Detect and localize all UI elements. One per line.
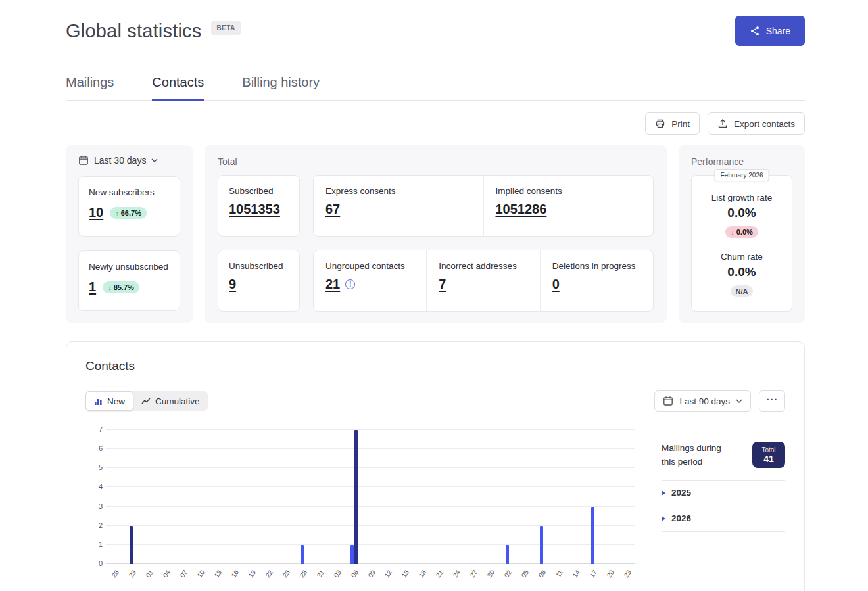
gridline [106, 506, 635, 507]
stats-row: Last 30 days New subscribers 10 ↑ 66.7% … [66, 145, 805, 323]
x-axis-label: 07 [178, 569, 188, 579]
x-axis-label: 09 [366, 569, 376, 579]
list-growth-rate-badge-value: 0.0% [736, 228, 753, 236]
contacts-section-title: Contacts [85, 359, 785, 373]
consents-card: Express consents 67 Implied consents 105… [313, 175, 654, 237]
incorrect-addresses-value[interactable]: 7 [439, 277, 446, 291]
tab-contacts[interactable]: Contacts [152, 67, 204, 100]
x-axis-label: 21 [435, 569, 445, 579]
deletions-in-progress-title: Deletions in progress [552, 261, 641, 271]
contacts-chart: 01234567 2629010407101316192225283103060… [85, 427, 635, 582]
x-axis-label: 15 [400, 569, 410, 579]
total-panel-label: Total [218, 156, 654, 167]
newly-unsubscribed-card: Newly unsubscribed 1 ↓ 85.7% [78, 250, 180, 311]
gridline [106, 563, 635, 564]
chart-controls: New Cumulative [85, 390, 785, 412]
implied-consents-title: Implied consents [496, 186, 642, 196]
list-growth-rate-metric: List growth rate 0.0% ↓ 0.0% [697, 193, 786, 238]
toggle-new[interactable]: New [85, 391, 133, 411]
chart-bar[interactable] [130, 526, 133, 564]
express-consents-value[interactable]: 67 [326, 202, 340, 216]
x-axis-label: 19 [247, 569, 256, 579]
performance-tooltip: February 2026 [714, 169, 769, 181]
print-button-label: Print [671, 119, 690, 129]
chart-bar[interactable] [506, 545, 509, 564]
list-growth-rate-title: List growth rate [697, 193, 786, 202]
mailings-year-2026[interactable]: 2026 [662, 506, 785, 532]
toggle-new-label: New [107, 396, 125, 406]
line-chart-icon [141, 397, 151, 405]
mailings-panel-title: Mailings during this period [662, 442, 733, 469]
implied-consents-value[interactable]: 1051286 [496, 202, 547, 216]
print-button[interactable]: Print [645, 112, 700, 135]
unsubscribed-value[interactable]: 9 [229, 277, 236, 291]
gridline [106, 429, 635, 430]
y-axis-label: 0 [99, 559, 103, 567]
x-axis-label: 05 [520, 569, 530, 579]
new-subscribers-badge-value: 66.7% [121, 209, 141, 217]
x-axis-label: 24 [452, 569, 462, 579]
y-axis-label: 6 [99, 444, 103, 452]
x-axis-label: 04 [161, 569, 171, 579]
churn-rate-value: 0.0% [697, 265, 786, 279]
x-axis-label: 12 [383, 569, 393, 579]
x-axis-label: 13 [212, 569, 222, 579]
page-header: Global statistics BETA Share [66, 0, 805, 46]
subscribed-value[interactable]: 1051353 [229, 202, 280, 216]
total-panel: Total Subscribed 1051353 Express consent… [205, 145, 667, 323]
mailings-total-badge: Total 41 [752, 442, 785, 468]
more-options-button[interactable]: ⋯ [759, 390, 785, 412]
incorrect-addresses-title: Incorrect addresses [439, 261, 527, 271]
chart-bar[interactable] [354, 430, 358, 564]
tab-billing-history[interactable]: Billing history [242, 67, 320, 100]
arrow-down-icon: ↓ [731, 228, 735, 236]
tab-mailings[interactable]: Mailings [66, 67, 114, 100]
export-contacts-button[interactable]: Export contacts [708, 112, 805, 135]
express-consents-title: Express consents [326, 186, 471, 196]
y-axis-label: 1 [99, 540, 103, 548]
ungrouped-contacts-title: Ungrouped contacts [326, 261, 414, 271]
chart-bar[interactable] [301, 545, 304, 564]
chart-date-range-label: Last 90 days [679, 396, 730, 406]
deletions-in-progress-value[interactable]: 0 [552, 277, 560, 291]
performance-panel-label: Performance [691, 156, 792, 167]
toggle-cumulative[interactable]: Cumulative [133, 391, 208, 411]
gridline [106, 486, 635, 487]
churn-rate-metric: Churn rate 0.0% N/A [697, 252, 786, 297]
new-subscribers-value[interactable]: 10 [89, 205, 103, 220]
x-axis-label: 20 [606, 569, 615, 579]
y-axis-label: 4 [99, 483, 103, 490]
calendar-icon [78, 155, 89, 166]
x-axis-label: 02 [503, 569, 513, 579]
express-consents-section: Express consents 67 [314, 176, 483, 236]
y-axis-label: 2 [99, 521, 103, 529]
x-axis-label: 17 [589, 569, 598, 579]
warning-icon[interactable]: ! [345, 279, 355, 289]
newly-unsubscribed-value[interactable]: 1 [89, 279, 96, 295]
x-axis-label: 30 [486, 569, 496, 579]
contacts-section: Contacts New [66, 341, 805, 591]
chart-bar[interactable] [350, 545, 354, 564]
view-toggle-group: New Cumulative [85, 391, 208, 411]
ungrouped-contacts-value[interactable]: 21 [326, 277, 340, 292]
unsubscribed-card: Unsubscribed 9 [218, 250, 300, 312]
chart-bar[interactable] [591, 507, 594, 564]
x-axis-label: 14 [571, 569, 581, 579]
new-subscribers-title: New subscribers [89, 186, 170, 199]
chart-y-axis: 01234567 [85, 430, 103, 564]
tabs: Mailings Contacts Billing history [66, 67, 805, 101]
newly-unsubscribed-badge-value: 85.7% [114, 283, 134, 291]
x-axis-label: 03 [332, 569, 342, 579]
date-range-select[interactable]: Last 30 days [78, 155, 158, 166]
chart-plot: 2629010407101316192225283103060912151821… [106, 430, 635, 564]
x-axis-label: 18 [418, 569, 427, 579]
new-subscribers-card: New subscribers 10 ↑ 66.7% [78, 176, 180, 237]
share-icon [750, 26, 760, 36]
chevron-down-icon [151, 158, 158, 162]
share-button[interactable]: Share [735, 16, 805, 46]
chart-bar[interactable] [540, 526, 543, 564]
chart-date-range-select[interactable]: Last 90 days [654, 390, 751, 412]
mailings-year-2025[interactable]: 2025 [662, 481, 785, 506]
gridline [106, 525, 635, 526]
y-axis-label: 7 [99, 425, 103, 433]
